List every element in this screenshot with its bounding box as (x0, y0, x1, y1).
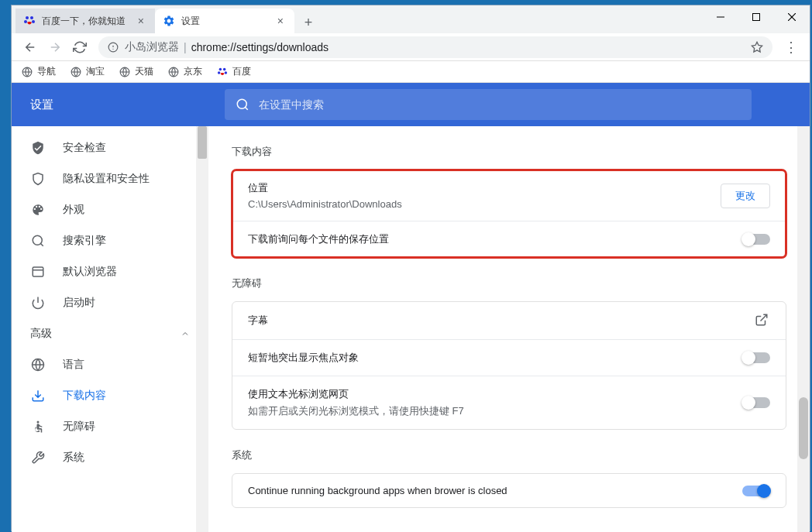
scrollbar-thumb[interactable] (198, 126, 207, 159)
tab-close-icon[interactable]: × (277, 15, 284, 27)
globe-icon (167, 66, 180, 78)
svg-point-20 (219, 67, 222, 70)
baidu-favicon-icon (23, 15, 36, 27)
wrench-icon (30, 451, 46, 465)
reload-button[interactable] (67, 35, 92, 60)
browser-icon (30, 265, 46, 279)
browser-window: 百度一下，你就知道 × 设置 × + 小岛浏览器 | chrom (11, 5, 810, 531)
ask-location-toggle[interactable] (742, 234, 770, 245)
sidebar-item-privacy[interactable]: 隐私设置和安全性 (12, 163, 208, 194)
svg-point-10 (112, 48, 113, 49)
settings-body: 安全检查 隐私设置和安全性 外观 搜索引擎 默认浏览器 启动时 高级 语言 下载… (12, 126, 810, 532)
svg-point-23 (225, 71, 228, 74)
system-section-title: 系统 (232, 448, 786, 462)
minimize-button[interactable] (703, 5, 738, 29)
titlebar: 百度一下，你就知道 × 设置 × + (12, 5, 810, 33)
tab-label: 百度一下，你就知道 (42, 15, 126, 28)
bookmark-tmall[interactable]: 天猫 (119, 65, 153, 78)
sidebar-group-advanced[interactable]: 高级 (12, 318, 208, 349)
settings-search[interactable] (225, 89, 752, 120)
globe-icon (30, 358, 46, 372)
bookmark-baidu[interactable]: 百度 (216, 65, 251, 78)
settings-title: 设置 (12, 98, 225, 112)
change-location-button[interactable]: 更改 (721, 184, 770, 208)
sidebar-item-search[interactable]: 搜索引擎 (12, 225, 208, 256)
captions-label: 字幕 (248, 314, 268, 328)
accessibility-icon (30, 420, 46, 434)
svg-line-25 (245, 107, 247, 109)
main-scrollbar[interactable] (797, 126, 810, 532)
sidebar-item-safety[interactable]: 安全检查 (12, 132, 208, 163)
globe-icon (70, 66, 82, 78)
svg-rect-28 (33, 267, 43, 276)
continue-running-toggle[interactable] (742, 486, 770, 496)
shield-check-icon (30, 141, 46, 155)
sidebar-item-language[interactable]: 语言 (12, 349, 208, 380)
baidu-icon (216, 66, 229, 78)
captions-row[interactable]: 字幕 (232, 302, 786, 339)
browser-menu-button[interactable]: ⋮ (779, 35, 803, 60)
caret-label: 使用文本光标浏览网页 (248, 387, 742, 401)
sidebar-item-system[interactable]: 系统 (12, 442, 208, 473)
sidebar-scrollbar[interactable] (196, 126, 208, 532)
bookmark-jd[interactable]: 京东 (167, 65, 202, 78)
svg-point-0 (26, 16, 29, 19)
continue-running-label: Continue running background apps when br… (248, 485, 508, 496)
address-bar: 小岛浏览器 | chrome://settings/downloads ⋮ (12, 33, 810, 61)
settings-header: 设置 (12, 83, 810, 126)
back-button[interactable] (18, 35, 43, 60)
location-label: 位置 (248, 181, 721, 195)
globe-icon (21, 66, 33, 78)
window-controls (703, 5, 810, 29)
highlight-focus-row: 短暂地突出显示焦点对象 (232, 339, 786, 376)
omnibox[interactable]: 小岛浏览器 | chrome://settings/downloads (98, 36, 772, 58)
close-button[interactable] (774, 5, 810, 29)
tab-baidu[interactable]: 百度一下，你就知道 × (15, 9, 155, 33)
svg-point-21 (223, 67, 226, 70)
sidebar-item-default-browser[interactable]: 默认浏览器 (12, 256, 208, 287)
palette-icon (30, 203, 46, 217)
sidebar-item-appearance[interactable]: 外观 (12, 194, 208, 225)
sidebar-item-accessibility[interactable]: 无障碍 (12, 411, 208, 442)
globe-icon (119, 66, 131, 78)
accessibility-section-title: 无障碍 (232, 276, 786, 290)
maximize-button[interactable] (738, 5, 774, 29)
site-info-icon[interactable] (108, 42, 119, 53)
svg-point-3 (32, 20, 35, 23)
omnibox-host: 小岛浏览器 (125, 40, 179, 54)
accessibility-card: 字幕 短暂地突出显示焦点对象 使用文本光标浏览网页 如需开启或关闭光标浏览模式，… (232, 301, 786, 430)
download-icon (30, 389, 46, 403)
settings-search-input[interactable] (259, 98, 741, 111)
tab-strip: 百度一下，你就知道 × 设置 × + (12, 5, 319, 33)
forward-button[interactable] (43, 35, 67, 60)
highlight-focus-label: 短暂地突出显示焦点对象 (248, 351, 359, 365)
bookmark-nav[interactable]: 导航 (21, 65, 56, 78)
external-link-icon (755, 313, 770, 328)
highlight-focus-toggle[interactable] (742, 352, 770, 363)
svg-point-24 (237, 99, 246, 108)
new-tab-button[interactable]: + (298, 12, 319, 33)
scrollbar-thumb[interactable] (799, 397, 808, 459)
location-path: C:\Users\Administrator\Downloads (248, 198, 721, 210)
svg-point-2 (24, 20, 27, 23)
bookmarks-bar: 导航 淘宝 天猫 京东 百度 (12, 61, 810, 83)
caret-toggle[interactable] (742, 397, 770, 408)
download-location-row: 位置 C:\Users\Administrator\Downloads 更改 (232, 170, 786, 221)
settings-main: 下载内容 位置 C:\Users\Administrator\Downloads… (208, 126, 810, 532)
tab-label: 设置 (181, 15, 200, 28)
bookmark-star-icon[interactable] (751, 41, 763, 53)
search-icon (236, 98, 249, 112)
sidebar-item-downloads[interactable]: 下载内容 (12, 380, 208, 411)
svg-point-22 (218, 71, 221, 74)
ask-location-label: 下载前询问每个文件的保存位置 (248, 232, 389, 246)
chevron-up-icon (181, 329, 190, 338)
system-card: Continue running background apps when br… (232, 473, 786, 508)
svg-marker-11 (752, 42, 762, 52)
bookmark-taobao[interactable]: 淘宝 (70, 65, 105, 78)
svg-point-33 (37, 421, 40, 424)
ask-location-row: 下载前询问每个文件的保存位置 (232, 221, 786, 257)
tab-close-icon[interactable]: × (138, 15, 144, 27)
sidebar-item-startup[interactable]: 启动时 (12, 287, 208, 318)
tab-settings[interactable]: 设置 × (155, 9, 294, 33)
power-icon (30, 296, 46, 310)
